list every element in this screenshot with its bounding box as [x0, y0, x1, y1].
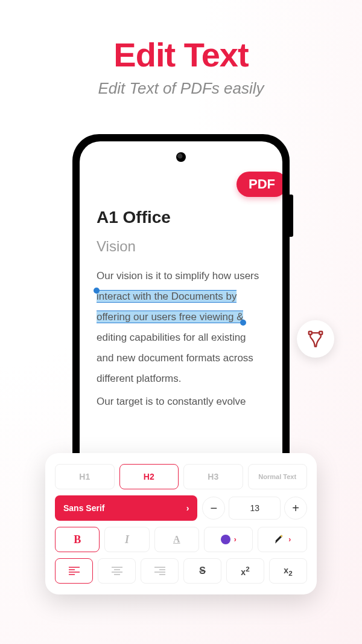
body-text[interactable]: editing capabilities for all existing an… — [97, 332, 253, 384]
color-swatch-icon — [221, 535, 230, 544]
superscript-icon: x2 — [241, 565, 249, 577]
bold-button[interactable]: B — [55, 527, 100, 552]
camera-notch — [176, 152, 186, 162]
vector-edit-button[interactable] — [297, 320, 334, 358]
underline-icon: A — [173, 534, 180, 545]
heading-h2-button[interactable]: H2 — [119, 464, 179, 489]
bold-icon: B — [74, 533, 81, 546]
italic-button[interactable]: I — [104, 527, 149, 552]
page-title: Edit Text — [0, 35, 362, 74]
pdf-badge: PDF — [237, 172, 282, 197]
heading-h3-button[interactable]: H3 — [183, 464, 243, 489]
selected-text[interactable]: interact with the Documents by offering … — [97, 291, 243, 323]
align-right-button[interactable] — [141, 558, 179, 584]
font-size-stepper: − 13 + — [202, 495, 307, 521]
document-heading: Vision — [97, 238, 265, 255]
document-body[interactable]: Our vision is it to simplify how users i… — [97, 266, 265, 412]
text-selection[interactable]: interact with the Documents by offering … — [97, 290, 243, 323]
subscript-button[interactable]: x2 — [269, 558, 307, 584]
marker-icon — [274, 534, 285, 545]
normal-text-button[interactable]: Normal Text — [248, 464, 308, 489]
document-title: A1 Office — [97, 208, 265, 227]
heading-h1-button[interactable]: H1 — [55, 464, 115, 489]
vector-pen-icon — [306, 330, 325, 348]
formatting-toolbar: H1 H2 H3 Normal Text Sans Serif › − 13 +… — [45, 453, 317, 594]
italic-icon: I — [125, 533, 129, 546]
text-color-button[interactable]: › — [204, 527, 253, 552]
strikethrough-icon: S — [199, 565, 206, 576]
align-left-icon — [69, 567, 80, 575]
strikethrough-button[interactable]: S — [183, 558, 221, 584]
superscript-button[interactable]: x2 — [226, 558, 264, 584]
chevron-right-icon: › — [288, 535, 291, 544]
align-left-button[interactable] — [55, 558, 93, 584]
font-size-value[interactable]: 13 — [229, 497, 281, 520]
selection-handle-start[interactable] — [94, 288, 100, 294]
align-right-icon — [154, 567, 165, 575]
underline-button[interactable]: A — [154, 527, 199, 552]
font-family-label: Sans Serif — [63, 503, 104, 513]
increase-size-button[interactable]: + — [284, 497, 307, 520]
align-center-button[interactable] — [98, 558, 136, 584]
chevron-right-icon: › — [234, 535, 237, 544]
selection-handle-end[interactable] — [240, 320, 246, 326]
subscript-icon: x2 — [284, 565, 292, 577]
highlight-color-button[interactable]: › — [258, 527, 307, 552]
chevron-right-icon: › — [186, 503, 189, 513]
body-text[interactable]: Our target is to constantly evolve — [97, 396, 246, 407]
body-text[interactable]: Our vision is it to simplify how users — [97, 270, 259, 282]
page-subtitle: Edit Text of PDFs easily — [0, 79, 362, 98]
decrease-size-button[interactable]: − — [202, 497, 225, 520]
align-center-icon — [112, 567, 122, 575]
font-family-dropdown[interactable]: Sans Serif › — [55, 495, 197, 521]
